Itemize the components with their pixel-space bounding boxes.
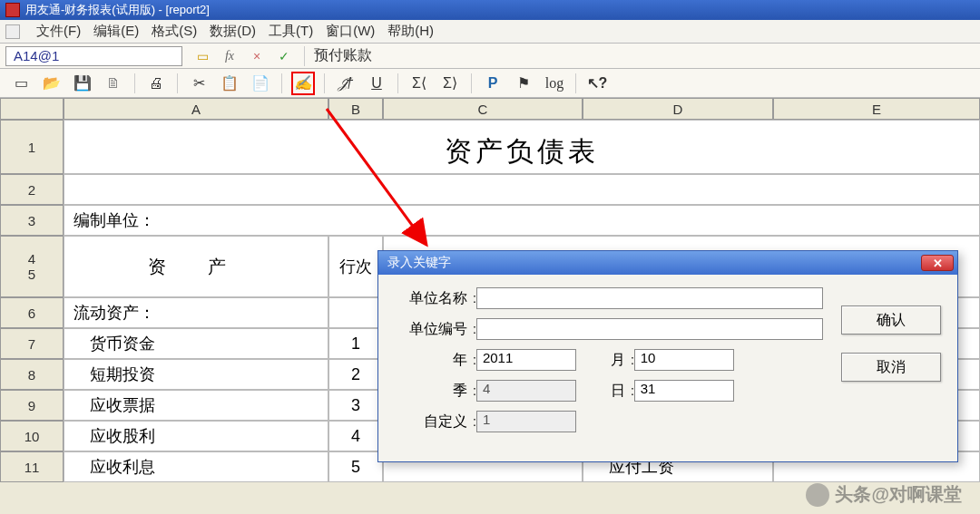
input-unit-name[interactable] xyxy=(476,287,823,309)
separator xyxy=(134,73,135,93)
input-custom[interactable]: 1 xyxy=(476,411,576,432)
select-all-corner[interactable] xyxy=(0,98,64,120)
new-icon[interactable]: ▭ xyxy=(9,72,33,95)
row-header[interactable]: 2 xyxy=(0,174,64,205)
label-day: 日 xyxy=(576,382,631,401)
input-month[interactable]: 10 xyxy=(634,349,734,371)
menu-data[interactable]: 数据(D) xyxy=(210,23,256,40)
input-year[interactable]: 2011 xyxy=(476,349,576,371)
input-quarter[interactable]: 4 xyxy=(476,380,576,402)
menu-window[interactable]: 窗口(W) xyxy=(326,23,375,40)
col-header-d[interactable]: D xyxy=(583,98,773,120)
menu-help[interactable]: 帮助(H) xyxy=(387,23,434,40)
row-header[interactable]: 3 xyxy=(0,205,64,236)
menu-icon xyxy=(5,24,20,39)
app-icon xyxy=(5,3,20,17)
formula-bar: A14@1 ▭ fx × ✓ 预付账款 xyxy=(0,44,980,69)
header-asset[interactable]: 资 产 xyxy=(64,236,328,297)
cell-num[interactable]: 4 xyxy=(328,421,383,451)
separator xyxy=(397,73,398,93)
dialog-title-text: 录入关键字 xyxy=(387,255,451,271)
cell-item[interactable]: 短期投资 xyxy=(64,359,328,390)
script-icon[interactable]: 𝒥† xyxy=(334,72,358,95)
header-rownum[interactable]: 行次 xyxy=(328,236,383,297)
label-unit-no: 单位编号 xyxy=(400,320,473,339)
row-header[interactable]: 45 xyxy=(0,236,64,297)
cell-item[interactable]: 货币资金 xyxy=(64,328,328,359)
row-header[interactable]: 1 xyxy=(0,120,64,174)
col-header-c[interactable]: C xyxy=(383,98,583,120)
bold-p-icon[interactable]: P xyxy=(481,72,505,95)
dialog-titlebar[interactable]: 录入关键字 ✕ xyxy=(378,251,957,275)
label-custom: 自定义 xyxy=(400,412,473,432)
toolbar: ▭ 📂 💾 🗎 🖨 ✂ 📋 📄 ✍ 𝒥† U Σ⟨ Σ⟩ P ⚑ log ↖? xyxy=(0,69,980,98)
close-icon[interactable]: ✕ xyxy=(921,255,954,271)
open-icon[interactable]: 📂 xyxy=(40,72,64,95)
cell-num[interactable]: 2 xyxy=(328,359,383,390)
savecopy-icon[interactable]: 🗎 xyxy=(102,72,125,95)
copy-icon[interactable]: 📋 xyxy=(218,72,241,95)
row-header[interactable]: 10 xyxy=(0,421,64,451)
watermark-icon xyxy=(806,483,829,507)
cell-reference-value: A14@1 xyxy=(14,48,59,63)
flag-icon[interactable]: ⚑ xyxy=(512,72,535,95)
watermark: 头条@对啊课堂 xyxy=(806,482,962,507)
label-month: 月 xyxy=(576,351,631,370)
underline-icon[interactable]: U xyxy=(365,72,388,95)
paste-icon[interactable]: 📄 xyxy=(249,72,272,95)
menu-tool[interactable]: 工具(T) xyxy=(269,23,313,40)
cell-num[interactable]: 5 xyxy=(328,451,383,482)
col-header-b[interactable]: B xyxy=(328,98,383,120)
separator xyxy=(177,73,178,93)
edit-icon[interactable]: ▭ xyxy=(193,47,211,65)
menu-format[interactable]: 格式(S) xyxy=(152,23,197,40)
save-icon[interactable]: 💾 xyxy=(71,72,94,95)
cell[interactable] xyxy=(328,297,383,328)
cell-section[interactable]: 流动资产： xyxy=(64,297,328,328)
cut-icon[interactable]: ✂ xyxy=(187,72,211,95)
separator xyxy=(324,73,325,93)
menu-bar: 文件(F) 编辑(E) 格式(S) 数据(D) 工具(T) 窗口(W) 帮助(H… xyxy=(0,20,980,44)
row-header[interactable]: 11 xyxy=(0,451,64,482)
log-icon[interactable]: log xyxy=(543,72,566,95)
window-titlebar: 用友通-财务报表(试用版) - [report2] xyxy=(0,0,980,20)
keyword-entry-icon[interactable]: ✍ xyxy=(291,72,315,95)
separator xyxy=(281,73,282,93)
keyword-dialog: 录入关键字 ✕ 单位名称 : 单位编号 : 年 : 2011 月 : 10 xyxy=(377,250,958,462)
cancel-button[interactable]: 取消 xyxy=(841,353,941,382)
row-header[interactable]: 6 xyxy=(0,297,64,328)
col-header-a[interactable]: A xyxy=(64,98,328,120)
cell-unit[interactable]: 编制单位： xyxy=(64,205,980,236)
row-header[interactable]: 9 xyxy=(0,390,64,421)
help-arrow-icon[interactable]: ↖? xyxy=(585,72,609,95)
cell-item[interactable]: 应收票据 xyxy=(64,390,328,421)
input-day[interactable]: 31 xyxy=(634,380,734,402)
input-unit-no[interactable] xyxy=(476,318,823,340)
label-quarter: 季 xyxy=(400,382,473,401)
cell-item[interactable]: 应收股利 xyxy=(64,421,328,451)
sigma-icon[interactable]: Σ⟨ xyxy=(407,72,431,95)
row-header[interactable]: 8 xyxy=(0,359,64,390)
fx-icon[interactable]: fx xyxy=(220,47,239,65)
print-icon[interactable]: 🖨 xyxy=(144,72,168,95)
formula-value[interactable]: 预付账款 xyxy=(304,46,980,66)
ok-button[interactable]: 确认 xyxy=(841,305,941,335)
separator xyxy=(575,73,576,93)
cell-num[interactable]: 3 xyxy=(328,390,383,421)
label-year: 年 xyxy=(400,351,473,370)
report-title-cell[interactable]: 资产负债表 xyxy=(64,120,980,174)
cancel-x-icon[interactable]: × xyxy=(248,47,266,65)
accept-check-icon[interactable]: ✓ xyxy=(275,47,293,65)
menu-edit[interactable]: 编辑(E) xyxy=(93,23,139,40)
row-header[interactable]: 7 xyxy=(0,328,64,359)
separator xyxy=(471,73,472,93)
label-unit-name: 单位名称 xyxy=(400,289,473,308)
sigma2-icon[interactable]: Σ⟩ xyxy=(438,72,462,95)
window-title: 用友通-财务报表(试用版) - [report2] xyxy=(25,2,210,18)
cell[interactable] xyxy=(64,174,980,205)
cell-num[interactable]: 1 xyxy=(328,328,383,359)
menu-file[interactable]: 文件(F) xyxy=(36,23,81,40)
col-header-e[interactable]: E xyxy=(773,98,980,120)
cell-item[interactable]: 应收利息 xyxy=(64,451,328,482)
cell-reference-box[interactable]: A14@1 xyxy=(5,46,182,66)
